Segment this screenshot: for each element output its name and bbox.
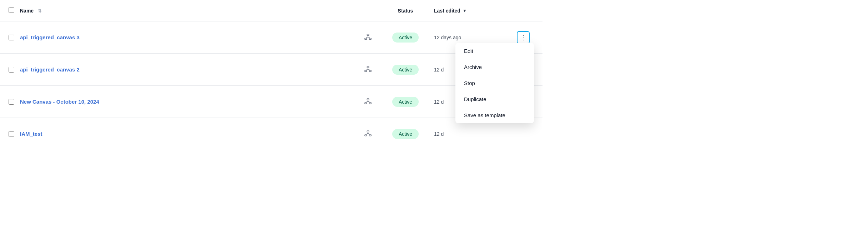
actions-cell-1: ⋮ bbox=[513, 31, 534, 44]
actions-cell-4: ⋮ bbox=[513, 128, 534, 140]
row-checkbox-cell-3 bbox=[9, 99, 20, 105]
last-edited-cell-1: 12 days ago bbox=[434, 35, 513, 40]
canvas-name-link-4[interactable]: IAM_test bbox=[20, 131, 359, 137]
canvas-name-link-1[interactable]: api_triggered_canvas 3 bbox=[20, 34, 359, 40]
svg-rect-7 bbox=[365, 70, 367, 71]
row-1-checkbox[interactable] bbox=[9, 35, 14, 40]
canvas-type-icon-2 bbox=[359, 66, 377, 74]
svg-rect-13 bbox=[365, 102, 367, 104]
kebab-menu-button-1[interactable]: ⋮ bbox=[517, 31, 530, 44]
table-row: api_triggered_canvas 3 Active 12 days ag… bbox=[0, 21, 542, 54]
svg-line-10 bbox=[366, 69, 368, 70]
sort-icon[interactable]: ⇅ bbox=[38, 9, 41, 14]
dropdown-archive-button[interactable]: Archive bbox=[455, 59, 534, 75]
last-edited-sort-icon[interactable]: ▼ bbox=[463, 8, 467, 13]
status-cell-3: Active bbox=[377, 97, 434, 107]
canvas-type-icon-1 bbox=[359, 34, 377, 41]
header-checkbox-cell bbox=[9, 7, 20, 14]
row-4-checkbox[interactable] bbox=[9, 131, 14, 137]
svg-line-17 bbox=[368, 101, 370, 103]
row-checkbox-cell-4 bbox=[9, 131, 20, 137]
svg-line-22 bbox=[366, 133, 368, 135]
svg-rect-20 bbox=[369, 134, 372, 136]
svg-rect-8 bbox=[369, 70, 372, 71]
svg-line-11 bbox=[368, 69, 370, 70]
last-edited-cell-4: 12 d bbox=[434, 131, 513, 137]
row-checkbox-cell-1 bbox=[9, 35, 20, 40]
status-cell-4: Active bbox=[377, 129, 434, 139]
status-column-header: Status bbox=[377, 8, 434, 14]
row-checkbox-cell-2 bbox=[9, 67, 20, 73]
status-badge-4: Active bbox=[392, 129, 419, 139]
status-header-label: Status bbox=[398, 8, 413, 14]
name-column-header: Name ⇅ bbox=[20, 8, 377, 14]
svg-line-23 bbox=[368, 133, 370, 135]
table-header: Name ⇅ Status Last edited ▼ bbox=[0, 0, 542, 21]
dropdown-stop-button[interactable]: Stop bbox=[455, 75, 534, 91]
svg-rect-12 bbox=[367, 98, 369, 100]
status-badge-3: Active bbox=[392, 97, 419, 107]
canvas-table: Name ⇅ Status Last edited ▼ api_triggere… bbox=[0, 0, 542, 150]
dropdown-save-template-button[interactable]: Save as template bbox=[455, 107, 534, 123]
status-cell-2: Active bbox=[377, 65, 434, 75]
canvas-type-icon-3 bbox=[359, 98, 377, 106]
svg-rect-2 bbox=[369, 38, 372, 39]
canvas-type-icon-4 bbox=[359, 130, 377, 138]
last-edited-header-label: Last edited bbox=[434, 8, 460, 14]
svg-line-5 bbox=[368, 37, 370, 38]
name-header-label: Name bbox=[20, 8, 34, 14]
svg-rect-18 bbox=[367, 130, 369, 132]
svg-rect-19 bbox=[365, 134, 367, 136]
svg-rect-0 bbox=[367, 34, 369, 35]
status-badge-1: Active bbox=[392, 33, 419, 43]
last-edited-column-header: Last edited ▼ bbox=[434, 8, 513, 14]
svg-line-16 bbox=[366, 101, 368, 103]
row-3-checkbox[interactable] bbox=[9, 99, 14, 105]
dropdown-edit-button[interactable]: Edit bbox=[455, 43, 534, 59]
svg-line-4 bbox=[366, 37, 368, 38]
svg-rect-6 bbox=[367, 66, 369, 68]
select-all-checkbox[interactable] bbox=[9, 7, 14, 13]
canvas-name-link-3[interactable]: New Canvas - October 10, 2024 bbox=[20, 99, 359, 105]
canvas-name-link-2[interactable]: api_triggered_canvas 2 bbox=[20, 66, 359, 73]
dropdown-duplicate-button[interactable]: Duplicate bbox=[455, 91, 534, 107]
svg-rect-1 bbox=[365, 38, 367, 39]
row-2-checkbox[interactable] bbox=[9, 67, 14, 73]
context-dropdown-menu: Edit Archive Stop Duplicate Save as temp… bbox=[455, 43, 534, 123]
svg-rect-14 bbox=[369, 102, 372, 104]
status-badge-2: Active bbox=[392, 65, 419, 75]
status-cell-1: Active bbox=[377, 33, 434, 43]
